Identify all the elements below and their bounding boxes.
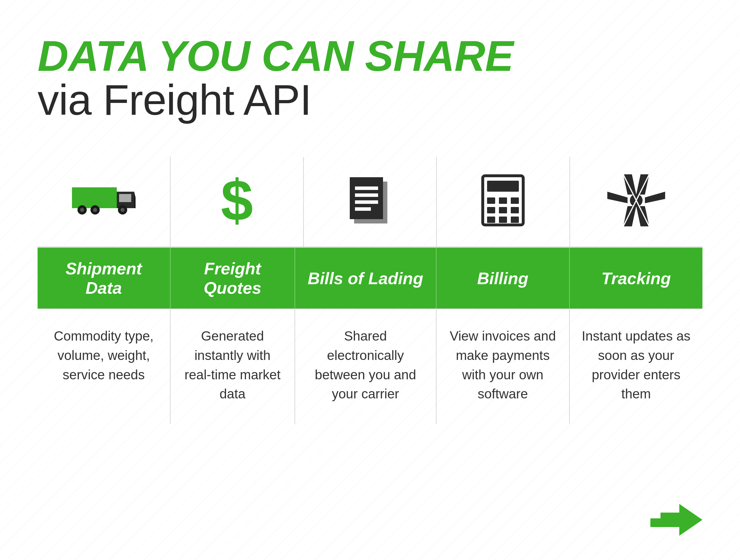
billing-icon-cell <box>437 157 570 247</box>
svg-rect-15 <box>355 207 371 211</box>
table-header-row: Shipment Data Freight Quotes Bills of La… <box>37 247 703 309</box>
header-shipment: Shipment Data <box>37 247 170 309</box>
header-section: DATA YOU CAN SHARE via Freight API <box>37 35 703 122</box>
table-body-row: Commodity type, volume, weight, service … <box>37 309 703 424</box>
title-line2: via Freight API <box>37 78 703 122</box>
bol-icon-cell <box>304 157 437 247</box>
svg-point-9 <box>120 208 124 212</box>
svg-rect-20 <box>511 197 519 204</box>
brand-arrow-logo <box>650 504 703 536</box>
svg-rect-23 <box>511 207 519 213</box>
calculator-icon <box>480 174 526 226</box>
svg-rect-17 <box>487 181 519 192</box>
shipment-icon-cell <box>37 157 171 247</box>
svg-rect-25 <box>499 216 507 223</box>
svg-rect-24 <box>487 216 495 223</box>
header-billing: Billing <box>436 247 570 309</box>
svg-marker-36 <box>650 504 703 536</box>
icons-row: $ <box>37 157 703 247</box>
dollar-icon: $ <box>221 171 253 229</box>
svg-marker-31 <box>607 192 628 203</box>
title-line1: DATA YOU CAN SHARE <box>37 35 703 78</box>
svg-rect-2 <box>119 194 131 202</box>
page-container: DATA YOU CAN SHARE via Freight API <box>0 0 740 424</box>
svg-rect-18 <box>487 197 495 204</box>
desc-shipment: Commodity type, volume, weight, service … <box>37 309 170 424</box>
svg-rect-11 <box>350 177 383 219</box>
svg-point-7 <box>93 208 97 212</box>
logo-bottom <box>650 504 703 537</box>
svg-rect-13 <box>355 193 378 197</box>
svg-rect-14 <box>355 200 378 204</box>
svg-marker-3 <box>134 192 135 208</box>
document-icon <box>347 174 393 226</box>
svg-marker-32 <box>645 192 665 203</box>
svg-rect-12 <box>355 186 378 190</box>
svg-rect-22 <box>499 207 507 213</box>
desc-bol: Shared electronically between you and yo… <box>295 309 436 424</box>
desc-quotes: Generated instantly with real-time marke… <box>170 309 295 424</box>
desc-billing: View invoices and make payments with you… <box>436 309 570 424</box>
header-quotes: Freight Quotes <box>170 247 295 309</box>
truck-icon <box>72 183 135 218</box>
svg-rect-21 <box>487 207 495 213</box>
svg-rect-0 <box>72 187 117 208</box>
header-tracking: Tracking <box>569 247 703 309</box>
svg-rect-26 <box>511 216 519 223</box>
tracking-icon-cell <box>570 157 703 247</box>
svg-marker-37 <box>650 512 660 519</box>
data-table: Shipment Data Freight Quotes Bills of La… <box>37 247 703 424</box>
svg-rect-19 <box>499 197 507 204</box>
map-crossroads-icon <box>607 174 665 226</box>
desc-tracking: Instant updates as soon as your provider… <box>569 309 703 424</box>
header-bol: Bills of Lading <box>295 247 436 309</box>
quotes-icon-cell: $ <box>171 157 303 247</box>
svg-point-5 <box>80 208 84 212</box>
